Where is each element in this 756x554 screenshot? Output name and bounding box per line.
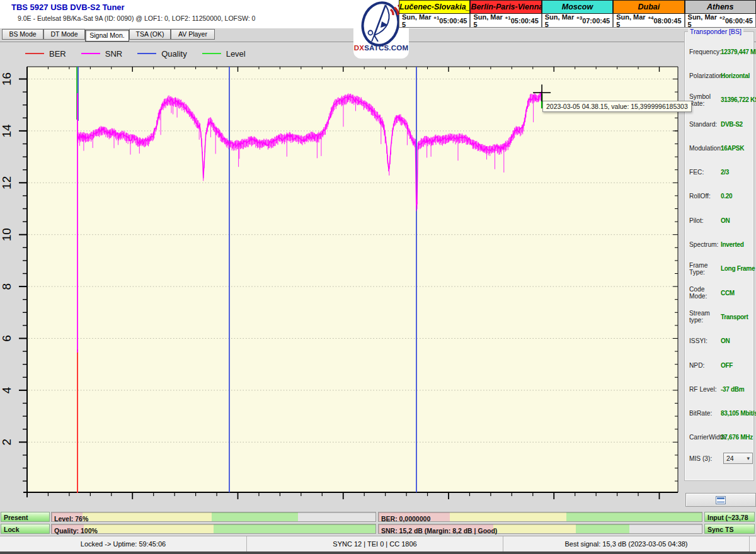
clock-athens: AthensSun, Mar 5+206:00:45 [685,0,756,28]
app-title: TBS 5927 USB DVB-S2 Tuner [11,3,125,12]
snr-text: SNR: 15,2 dB (Margin: 8,2 dB | Good) [379,527,497,534]
chevron-down-icon: ▾ [747,456,750,461]
transponder-field-npd-: NPD:OFF [685,353,753,377]
field-label: NPD: [689,362,721,369]
field-value: 2/3 [721,169,729,176]
field-value: 83,105 Mbit/s [721,410,756,417]
transponder-field-rf-level-: RF Level:-37 dBm [685,377,753,401]
field-value: Long Frame [721,265,755,272]
legend-line-icon [202,53,221,54]
transponder-panel: Transponder [BS] Frequency:12379,447 MHz… [684,31,754,481]
logo-text: DXSATCS.COM [354,44,408,52]
field-label: BitRate: [689,410,721,417]
tab-dt-mode[interactable]: DT Mode [43,29,85,40]
mis-row: MIS (3): 24 ▾ [685,453,756,464]
clock-time: Sun, Mar 5+105:00:45 [399,14,470,28]
svg-text:8: 8 [0,283,13,290]
field-label: Symbol Rate: [689,93,721,107]
clock-time-part: 06:00:45 [725,17,753,25]
transponder-field-carrierwidth-: CarrierWidth:37,676 MHz [685,426,753,449]
clock-time-part: +1 [505,15,511,21]
chart-legend: BERSNRQualityLevel [25,48,261,59]
transponder-panel-title: Transponder [BS] [688,28,743,35]
legend-line-icon [137,53,156,54]
field-label: Stream type: [689,310,721,324]
field-label: Standard: [689,121,721,128]
field-value: Horizontal [721,72,750,79]
sync-ts-badge: Sync TS [704,524,755,534]
ber-progressbar: BER: 0,0000000 [378,512,702,522]
status-uptime: Locked -> Uptime: 59:45:06 [0,536,247,552]
field-value: 31396,722 KS/s [721,96,756,103]
clock-time-part: 07:00:45 [582,17,610,25]
status-bar: Locked -> Uptime: 59:45:06 SYNC 12 | TEI… [0,536,756,552]
snapshot-button[interactable] [685,493,756,507]
clock-time-part: Sun, Mar 5 [473,13,505,28]
clock-time-part: Sun, Mar 5 [402,13,433,28]
status-sync-counters: SYNC 12 | TEI 0 | CC 1806 [247,536,503,552]
svg-text:14: 14 [0,124,13,138]
tab-tsa-ok-[interactable]: TSA (OK) [129,29,171,40]
legend-label: Quality [161,49,186,59]
clock-time: Sun, Mar 5+206:00:45 [685,14,756,28]
window-bottom-edge [0,551,756,554]
tab-bs-mode[interactable]: BS Mode [2,29,43,40]
transponder-field-spectrum-: Spectrum:Inverted [685,232,753,256]
clock-berlin-paris-vienna-belg: Berlin-Paris-Vienna-BelgradeSun, Mar 5+1… [470,0,541,28]
ber-text: BER: 0,0000000 [379,515,430,523]
clock-time-part: Sun, Mar 5 [616,13,648,28]
clock-dubai: DubaiSun, Mar 5+408:00:45 [613,0,684,28]
field-label: Modulation: [689,145,721,152]
transponder-fields: Frequency:12379,447 MHzPolarization:Hori… [685,40,753,449]
legend-label: Level [226,49,246,59]
mis-selected-value: 24 [726,455,734,462]
tuner-subtitle: 9.0E - Eutelsat 9B/Ka-Sat 9A (ID: 0090) … [18,14,255,22]
legend-line-icon [25,53,44,54]
field-label: Frame Type: [689,262,721,276]
field-label: RollOff: [689,193,721,200]
svg-text:10: 10 [0,228,13,241]
clock-time-part: 05:00:45 [439,17,467,25]
quality-text: Quality: 100% [52,527,98,534]
svg-text:2: 2 [0,439,13,446]
transponder-field-fec-: FEC:2/3 [685,160,753,184]
tab-av-player[interactable]: AV Player [171,29,215,40]
clock-time-part: Sun, Mar 5 [688,13,719,28]
field-label: ISSYI: [689,337,721,344]
clock-time-part: 08:00:45 [654,17,682,25]
transponder-field-rolloff-: RollOff:0.20 [685,184,753,208]
field-label: Pilot: [689,217,721,224]
legend-label: SNR [105,49,122,59]
field-value: CCM [721,290,735,297]
clock-time-part: +3 [576,15,582,21]
field-label: Polarization: [689,72,721,79]
field-value: Inverted [721,241,744,248]
snr-progressbar: SNR: 15,2 dB (Margin: 8,2 dB | Good) [378,524,702,534]
field-label: Code Mode: [689,286,721,300]
status-best-signal: Best signal: 15,3 dB (2023-03-05 04:38) [503,536,750,552]
chart-tooltip: 2023-03-05 04.38.15, value: 15,399999618… [542,101,692,112]
clock-time-part: +1 [433,15,439,21]
field-value: 16APSK [721,145,744,152]
legend-item-level: Level [202,49,246,59]
tab-signal-mon-[interactable]: Signal Mon. [85,30,129,42]
clock-time-part: 05:00:45 [511,17,539,25]
app-window: { "window": { "title": "TBS 5927 USB DVB… [0,0,756,554]
clock-time-part: +2 [719,15,725,21]
transponder-field-symbol-rate-: Symbol Rate:31396,722 KS/s [685,88,753,112]
input-badge: Input (~23,78 Mbps) [704,512,755,522]
mis-dropdown[interactable]: 24 ▾ [723,453,753,464]
clock-city-label: Dubai [613,0,684,14]
level-progressbar: Level: 76% [51,512,376,522]
legend-item-snr: SNR [81,49,122,59]
field-label: CarrierWidth: [689,434,721,441]
clock-time-part: Sun, Mar 5 [545,13,576,28]
present-badge: Present [1,512,50,522]
signal-chart[interactable]: 161412108642 [0,0,756,554]
field-value: Transport [721,314,748,320]
transponder-field-frame-type-: Frame Type:Long Frame [685,257,753,281]
legend-item-quality: Quality [137,49,186,59]
legend-label: BER [49,49,66,59]
status-empty [750,536,756,552]
field-value: 0.20 [721,193,732,200]
